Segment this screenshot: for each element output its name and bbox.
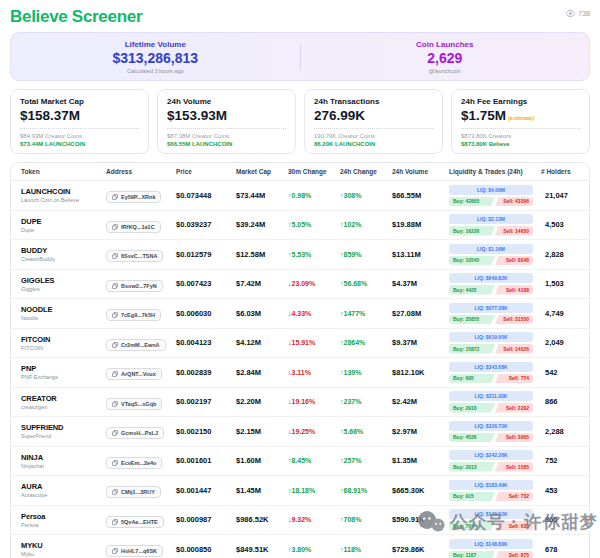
token-cell: GIGGLES Giggles	[21, 276, 106, 292]
address-pill[interactable]: fRfKQ...1a1C	[106, 221, 161, 233]
col-30m-change[interactable]: 30m Change	[288, 168, 340, 175]
copy-icon	[112, 283, 118, 289]
address-pill[interactable]: CMij1...3RUY	[106, 486, 161, 498]
table-row[interactable]: LAUNCHCOIN Launch Coin on Believe Ey59P.…	[11, 181, 589, 211]
table-row[interactable]: DUPE Dupe fRfKQ...1a1C $0.039237 $39.24M…	[11, 211, 589, 241]
address-pill[interactable]: GcmsH...PxLJ	[106, 427, 164, 439]
address-pill[interactable]: Ey59P...XRnk	[106, 191, 161, 203]
liquidity-pill: LIQ: $148.80K	[449, 539, 533, 549]
sell-pill: Sell: 2292	[495, 403, 533, 413]
table-row[interactable]: BUDDY CreatorBuddy 6SsvC...TSNA $0.01257…	[11, 240, 589, 270]
table-row[interactable]: Persoa Persoa 5QvAe...EHTE $0.000987 $98…	[11, 506, 589, 536]
token-name: FITCOIN	[21, 335, 106, 344]
stat-value: $1.75M(estimate)	[461, 108, 580, 123]
holders-count: 21,047	[541, 191, 589, 200]
holders-count: 866	[541, 397, 589, 406]
market-cap: $1.45M	[236, 486, 288, 495]
address-pill[interactable]: VTaqS...sGqb	[106, 398, 162, 410]
address-pill[interactable]: Cr2mM...EwnA	[106, 339, 166, 351]
liquidity-cell: LIQ: $183.49K Buy: 915 Sell: 732	[449, 480, 541, 502]
address-pill[interactable]: 5QvAe...EHTE	[106, 516, 164, 528]
coin-launches-sub[interactable]: @launchcoin	[301, 68, 590, 74]
sell-pill: Sell: 875	[495, 551, 533, 558]
address-pill[interactable]: ArQNT...Voux	[106, 368, 162, 380]
liquidity-cell: LIQ: $2.13M Buy: 16226 Sell: 14650	[449, 214, 541, 236]
table-row[interactable]: MYKU Myku HsHL7...q6SK $0.000850 $849.51…	[11, 535, 589, 558]
sell-pill: Sell: 14650	[495, 226, 533, 236]
address-pill[interactable]: 6SsvC...TSNA	[106, 250, 163, 262]
price: $0.007423	[176, 279, 236, 288]
table-row[interactable]: AURA Aurascope CMij1...3RUY $0.001447 $1…	[11, 476, 589, 506]
price: $0.000987	[176, 515, 236, 524]
address-pill[interactable]: 7cEg9...7k5H	[106, 309, 161, 321]
col-address[interactable]: Address	[106, 168, 176, 175]
col-market-cap[interactable]: Market Cap	[236, 168, 288, 175]
token-subtitle: Giggles	[21, 286, 106, 292]
market-cap: $986.52K	[236, 515, 288, 524]
col-liquidity[interactable]: Liquidity & Trades (24h)	[449, 168, 541, 175]
change-24h: ↑859%	[340, 251, 392, 258]
address-text: ArQNT...Voux	[121, 371, 156, 377]
token-name: SUPFRIEND	[21, 423, 106, 432]
address-text: CMij1...3RUY	[121, 489, 155, 495]
col-24h-change[interactable]: 24h Change	[340, 168, 392, 175]
address-cell: VTaqS...sGqb	[106, 393, 176, 411]
token-name: CREATOR	[21, 394, 106, 403]
volume-24h: $812.10K	[392, 368, 449, 377]
address-pill[interactable]: HsHL7...q6SK	[106, 545, 163, 557]
table-row[interactable]: SUPFRIEND SuperFriend GcmsH...PxLJ $0.00…	[11, 417, 589, 447]
token-cell: CREATOR creatorgen	[21, 394, 106, 410]
price: $0.002839	[176, 368, 236, 377]
col-24h-volume[interactable]: 24h Volume	[392, 168, 449, 175]
change-30m: ↓3.11%	[288, 369, 340, 376]
table-row[interactable]: NOODLE Noodle 7cEg9...7k5H $0.006030 $6.…	[11, 299, 589, 329]
address-pill[interactable]: Bsow2...7FyN	[106, 280, 163, 292]
col-token[interactable]: Token	[21, 168, 106, 175]
app-header: Believe Screener 738	[10, 5, 590, 27]
buy-sell-bar: Buy: 915 Sell: 732	[449, 492, 533, 502]
table-body: LAUNCHCOIN Launch Coin on Believe Ey59P.…	[11, 181, 589, 558]
token-subtitle: Dupe	[21, 227, 106, 233]
change-30m: ↑5.05%	[288, 221, 340, 228]
table-header: Token Address Price Market Cap 30m Chang…	[11, 163, 589, 181]
volume-24h: $1.35M	[392, 456, 449, 465]
change-30m: ↓4.33%	[288, 310, 340, 317]
sell-pill: Sell: 43396	[495, 197, 533, 207]
liquidity-pill: LIQ: $211.93K	[449, 391, 533, 401]
token-table: Token Address Price Market Cap 30m Chang…	[10, 162, 590, 558]
price: $0.006030	[176, 309, 236, 318]
col-price[interactable]: Price	[176, 168, 236, 175]
address-cell: CMij1...3RUY	[106, 481, 176, 499]
buy-pill: Buy: 42805	[449, 197, 495, 207]
sell-pill: Sell: 8048	[495, 256, 533, 266]
table-row[interactable]: CREATOR creatorgen VTaqS...sGqb $0.00219…	[11, 388, 589, 418]
address-text: GcmsH...PxLJ	[121, 430, 158, 436]
stat-creator-line: $84.93M Creator Coins	[20, 133, 139, 139]
table-row[interactable]: GIGGLES Giggles Bsow2...7FyN $0.007423 $…	[11, 270, 589, 300]
address-pill[interactable]: EcvEm...2e4o	[106, 457, 162, 469]
table-row[interactable]: PNP PNP Exchange ArQNT...Voux $0.002839 …	[11, 358, 589, 388]
copy-icon	[112, 489, 118, 495]
change-30m: ↓9.32%	[288, 516, 340, 523]
table-row[interactable]: NINJA Ninjachat EcvEm...2e4o $0.001601 $…	[11, 447, 589, 477]
holders-count: 2,828	[541, 250, 589, 259]
sell-pill: Sell: 31550	[495, 315, 533, 325]
divider	[20, 128, 139, 129]
col-holders[interactable]: # Holders	[541, 168, 589, 175]
copy-icon	[112, 430, 118, 436]
stat-launchcoin-line: $873.80K Believe	[461, 141, 580, 147]
buy-sell-bar: Buy: 1187 Sell: 875	[449, 551, 533, 558]
liquidity-cell: LIQ: $977.38K Buy: 35855 Sell: 31550	[449, 303, 541, 325]
stat-launchcoin-line: $66.55M LAUNCHCOIN	[167, 141, 286, 147]
buy-sell-bar: Buy: 4526 Sell: 3965	[449, 433, 533, 443]
holders-count: 1,503	[541, 279, 589, 288]
token-cell: NINJA Ninjachat	[21, 453, 106, 469]
address-text: Cr2mM...EwnA	[121, 342, 160, 348]
stat-label: Total Market Cap	[20, 97, 139, 106]
table-row[interactable]: FITCOIN FITCOIN Cr2mM...EwnA $0.004123 $…	[11, 329, 589, 359]
holders-count: 4,749	[541, 309, 589, 318]
buy-pill: Buy: 764	[449, 521, 495, 531]
holders-count: 542	[541, 368, 589, 377]
stat-card-24h-volume: 24h Volume $153.93M $87.38M Creator Coin…	[157, 89, 296, 154]
buy-pill: Buy: 1187	[449, 551, 495, 558]
